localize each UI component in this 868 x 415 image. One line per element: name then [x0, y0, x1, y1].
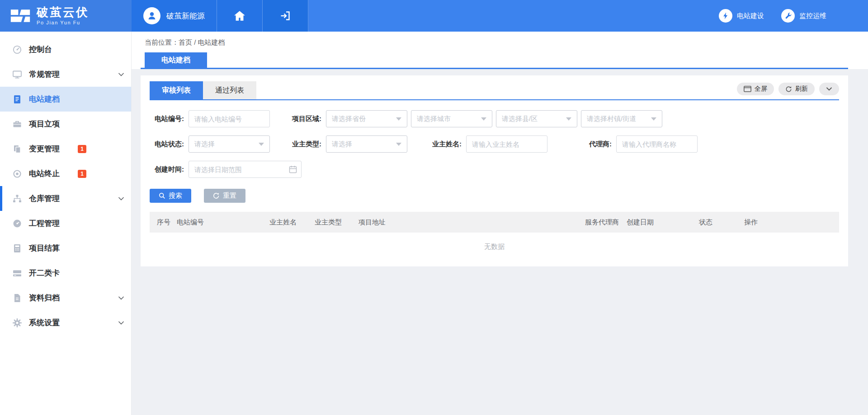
chevron-down-icon	[118, 197, 124, 201]
owner-type-label: 业主类型:	[287, 140, 321, 149]
calculator-icon	[12, 243, 22, 253]
owner-name-label: 业主姓名:	[427, 140, 462, 149]
reset-button[interactable]: 重置	[204, 189, 245, 203]
city-select[interactable]: 请选择城市	[411, 110, 492, 127]
caret-down-icon	[259, 143, 264, 146]
station-no-label: 电站编号:	[150, 115, 184, 123]
content-panel: 审核列表 通过列表 全屏 刷新	[141, 75, 848, 266]
sidebar-item-system-settings[interactable]: 系统设置	[0, 310, 131, 335]
refresh-button[interactable]: 刷新	[778, 83, 815, 95]
circle-dot-icon	[12, 169, 22, 179]
sidebar-item-data-archive[interactable]: 资料归档	[0, 285, 131, 310]
agent-input[interactable]	[616, 135, 698, 153]
col-owner-name: 业主姓名	[269, 218, 315, 227]
sidebar-item-engineering-mgmt[interactable]: 工程管理	[0, 211, 131, 236]
region-label: 项目区域:	[287, 115, 321, 123]
page-tab-station-archive[interactable]: 电站建档	[145, 52, 207, 68]
caret-down-icon	[396, 117, 401, 121]
station-status-label: 电站状态:	[150, 140, 184, 149]
collapse-button[interactable]	[819, 83, 839, 95]
card-icon	[12, 268, 22, 278]
sidebar-item-station-archive[interactable]: 电站建档	[0, 87, 131, 112]
brand: 破茧云伏 Po Jian Yun Fu	[0, 0, 132, 32]
briefcase-icon	[12, 119, 22, 129]
col-created-date: 创建日期	[627, 218, 699, 227]
chevron-down-icon	[118, 73, 124, 76]
province-select[interactable]: 请选择省份	[326, 110, 407, 127]
sidebar-item-station-termination[interactable]: 电站终止 1	[0, 161, 131, 186]
township-select[interactable]: 请选择村镇/街道	[581, 110, 662, 127]
chevron-down-icon	[118, 296, 124, 300]
home-button[interactable]	[217, 0, 263, 32]
main-content: 当前位置：首页 / 电站建档 电站建档 审核列表 通过列表 全屏	[132, 32, 868, 415]
sidebar-item-change-mgmt[interactable]: 变更管理 1	[0, 136, 131, 161]
copy-icon	[12, 144, 22, 154]
station-no-input[interactable]	[189, 110, 270, 127]
sidebar-item-project-settlement[interactable]: 项目结算	[0, 236, 131, 261]
document-icon	[12, 94, 22, 104]
tab-review-list[interactable]: 审核列表	[150, 81, 203, 99]
brand-subtitle: Po Jian Yun Fu	[37, 20, 89, 25]
owner-name-input[interactable]	[466, 135, 547, 153]
breadcrumb: 当前位置：首页 / 电站建档	[132, 32, 868, 52]
empty-state: 无数据	[150, 233, 839, 261]
logout-icon	[280, 10, 291, 21]
caret-down-icon	[396, 143, 401, 146]
owner-type-select[interactable]: 请选择	[326, 135, 407, 153]
table-header: 序号 电站编号 业主姓名 业主类型 项目地址 服务代理商 创建日期 状态 操作	[150, 212, 839, 233]
results-table: 序号 电站编号 业主姓名 业主类型 项目地址 服务代理商 创建日期 状态 操作 …	[150, 212, 839, 261]
badge: 1	[78, 170, 86, 178]
sitemap-icon	[12, 194, 22, 204]
nav-station-construction[interactable]: 电站建设	[719, 9, 764, 23]
sidebar: 控制台 常规管理 电站建档	[0, 32, 132, 415]
search-icon	[159, 192, 165, 199]
search-button[interactable]: 搜索	[150, 189, 191, 203]
sidebar-item-class2-card[interactable]: 开二类卡	[0, 261, 131, 285]
col-owner-type: 业主类型	[315, 218, 359, 227]
badge: 1	[78, 145, 86, 153]
chevron-down-icon	[826, 87, 832, 91]
date-range-input[interactable]	[189, 161, 302, 178]
bolt-icon	[719, 9, 732, 23]
gear-icon	[12, 318, 22, 328]
wrench-icon	[781, 9, 795, 23]
col-actions: 操作	[744, 218, 839, 227]
sidebar-item-warehouse-mgmt[interactable]: 仓库管理	[0, 186, 131, 211]
file-icon	[12, 293, 22, 303]
sidebar-item-project-initiation[interactable]: 项目立项	[0, 112, 131, 136]
county-select[interactable]: 请选择县/区	[496, 110, 577, 127]
sidebar-item-general-mgmt[interactable]: 常规管理	[0, 62, 131, 87]
user-avatar-icon	[143, 7, 160, 24]
agent-label: 代理商:	[577, 140, 612, 149]
nav-label: 监控运维	[799, 12, 826, 20]
col-status: 状态	[699, 218, 744, 227]
breadcrumb-separator: /	[192, 38, 198, 46]
col-project-address: 项目地址	[359, 218, 585, 227]
gauge-icon	[12, 219, 22, 228]
breadcrumb-prefix: 当前位置：	[145, 38, 179, 46]
breadcrumb-current: 电站建档	[198, 38, 225, 46]
breadcrumb-home[interactable]: 首页	[179, 38, 192, 46]
station-status-select[interactable]: 请选择	[189, 135, 270, 153]
fullscreen-button[interactable]: 全屏	[737, 83, 774, 95]
chevron-down-icon	[118, 321, 124, 325]
col-seq: 序号	[157, 218, 177, 227]
logout-button[interactable]	[263, 0, 308, 32]
brand-logo-icon	[10, 8, 31, 23]
refresh-icon	[785, 86, 792, 93]
filter-form: 电站编号: 项目区域: 请选择省份 请选择城市	[150, 110, 839, 178]
panel-tabs: 审核列表 通过列表	[150, 81, 256, 99]
monitor-icon	[12, 70, 22, 79]
nav-monitoring-ops[interactable]: 监控运维	[781, 9, 826, 23]
created-time-label: 创建时间:	[150, 165, 184, 174]
sidebar-item-console[interactable]: 控制台	[0, 37, 131, 62]
active-indicator	[0, 186, 2, 211]
fullscreen-icon	[744, 86, 751, 92]
home-icon	[234, 10, 245, 21]
caret-down-icon	[566, 117, 571, 121]
dashboard-icon	[12, 45, 22, 55]
tab-passed-list[interactable]: 通过列表	[203, 81, 256, 99]
user-menu[interactable]: 破茧新能源	[132, 0, 217, 32]
col-service-agent: 服务代理商	[585, 218, 627, 227]
topbar-nav: 电站建设 监控运维	[719, 0, 826, 32]
